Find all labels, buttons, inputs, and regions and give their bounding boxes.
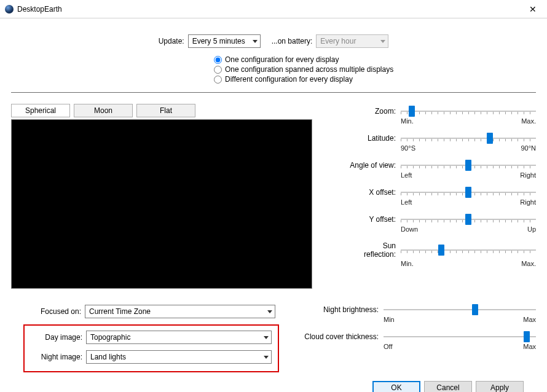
slider-label: Y offset: [349, 215, 396, 224]
display-config-group: One configuration for every display One … [214, 55, 536, 84]
cancel-button[interactable]: Cancel [424, 381, 472, 392]
slider-max: Right [520, 171, 536, 179]
update-label: Update: [159, 37, 184, 45]
slider-cloud: Cloud cover thickness:OffMax [300, 332, 536, 350]
slider-max: Max [523, 316, 536, 323]
slider-lat: Latitude:90°S90°N [349, 133, 536, 152]
radio-input[interactable] [214, 66, 222, 74]
battery-interval-combo: Every hour [316, 34, 388, 48]
radio-one-per-display[interactable]: One configuration for every display [214, 55, 536, 64]
slider-max: Max. [521, 260, 536, 267]
slider-nightbr-thumb[interactable] [472, 304, 478, 315]
chevron-down-icon [253, 40, 258, 43]
update-interval-value: Every 5 minutes [192, 37, 245, 45]
divider [11, 92, 536, 93]
radio-input[interactable] [214, 56, 222, 64]
tab-moon[interactable]: Moon [74, 104, 133, 117]
slider-angle-track[interactable] [401, 160, 536, 170]
app-icon [5, 5, 14, 14]
slider-yoff-track[interactable] [401, 214, 536, 224]
slider-label: Cloud cover thickness: [300, 332, 379, 341]
radio-input[interactable] [214, 76, 222, 84]
close-button[interactable]: ✕ [519, 0, 547, 18]
slider-max: 90°N [521, 144, 536, 152]
slider-label: Sun reflection: [349, 241, 396, 259]
slider-angle: Angle of view:LeftRight [349, 160, 536, 179]
slider-min: Off [384, 343, 392, 350]
focused-on-value: Current Time Zone [89, 307, 151, 316]
slider-label: Latitude: [349, 134, 396, 143]
day-image-value: Topographic [90, 333, 130, 342]
preview-canvas [11, 119, 312, 289]
chevron-down-icon [267, 310, 272, 313]
focused-on-label: Focused on: [30, 307, 81, 316]
apply-button[interactable]: Apply [476, 381, 524, 392]
focused-on-combo[interactable]: Current Time Zone [85, 305, 275, 318]
day-image-combo[interactable]: Topographic [86, 331, 272, 344]
slider-yoff: Y offset:DownUp [349, 214, 536, 233]
slider-label: Night brightness: [300, 305, 379, 314]
night-image-label: Night image: [31, 353, 82, 361]
slider-max: Max. [521, 117, 536, 125]
slider-cloud-thumb[interactable] [524, 331, 530, 342]
slider-min: 90°S [401, 144, 415, 152]
chevron-down-icon [264, 356, 269, 359]
slider-angle-thumb[interactable] [465, 160, 471, 171]
slider-label: X offset: [349, 188, 396, 197]
slider-label: Zoom: [349, 107, 396, 116]
slider-xoff: X offset:LeftRight [349, 187, 536, 206]
slider-lat-thumb[interactable] [487, 133, 493, 144]
radio-spanned[interactable]: One configuration spanned across multipl… [214, 65, 536, 74]
slider-min: Down [401, 225, 418, 233]
slider-sunref: Sun reflection:Min.Max. [349, 241, 536, 267]
view-tabs: Spherical Moon Flat [11, 104, 337, 117]
slider-label: Angle of view: [349, 161, 396, 170]
highlight-box: Day image: Topographic Night image: Land… [23, 324, 279, 372]
ok-button[interactable]: OK [372, 381, 420, 392]
slider-min: Min. [401, 117, 414, 125]
radio-different[interactable]: Different configuration for every displa… [214, 75, 536, 84]
slider-xoff-thumb[interactable] [465, 187, 471, 198]
slider-cloud-track[interactable] [384, 332, 536, 342]
slider-xoff-track[interactable] [401, 187, 536, 197]
titlebar: DesktopEarth ✕ [0, 0, 547, 18]
slider-min: Min [384, 316, 395, 323]
battery-interval-value: Every hour [320, 37, 356, 45]
slider-max: Right [520, 198, 536, 206]
slider-lat-track[interactable] [401, 133, 536, 143]
chevron-down-icon [264, 336, 269, 339]
window-title: DesktopEarth [17, 5, 519, 14]
slider-min: Left [401, 171, 412, 179]
night-image-combo[interactable]: Land lights [86, 350, 272, 364]
battery-label: ...on battery: [272, 37, 313, 45]
night-image-value: Land lights [90, 353, 126, 361]
slider-nightbr-track[interactable] [384, 305, 536, 315]
slider-zoom-thumb[interactable] [409, 106, 415, 117]
slider-sunref-track[interactable] [401, 245, 536, 255]
slider-max: Max [523, 343, 536, 350]
update-interval-combo[interactable]: Every 5 minutes [188, 34, 261, 48]
slider-min: Min. [401, 260, 414, 267]
slider-yoff-thumb[interactable] [465, 214, 471, 225]
slider-max: Up [527, 225, 536, 233]
slider-zoom-track[interactable] [401, 106, 536, 116]
chevron-down-icon [380, 40, 385, 43]
day-image-label: Day image: [31, 333, 82, 342]
slider-min: Left [401, 198, 412, 206]
tab-spherical[interactable]: Spherical [11, 104, 70, 117]
slider-zoom: Zoom:Min.Max. [349, 106, 536, 125]
tab-flat[interactable]: Flat [136, 104, 195, 117]
slider-nightbr: Night brightness:MinMax [300, 305, 536, 323]
slider-sunref-thumb[interactable] [438, 245, 444, 256]
